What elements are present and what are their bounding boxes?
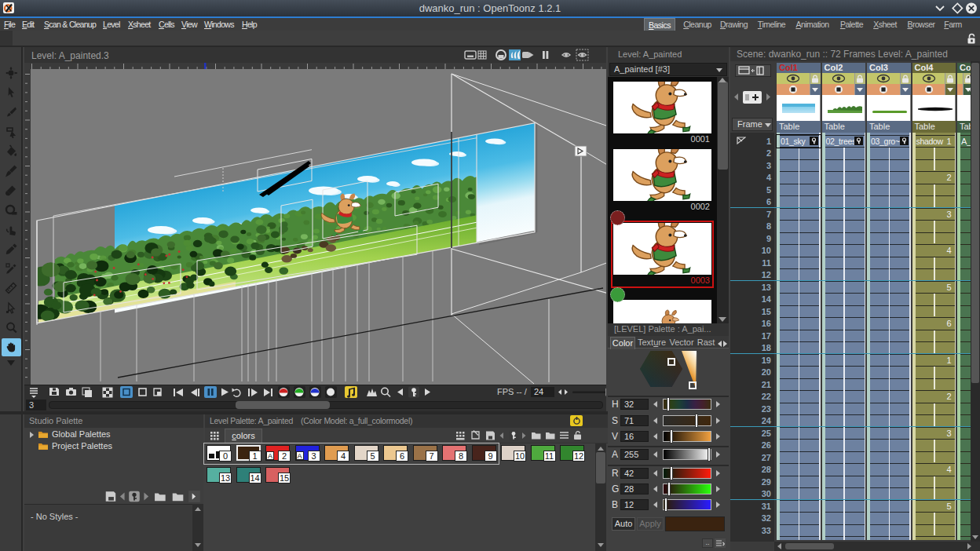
svg-text:24: 24 [534, 387, 543, 396]
svg-text:FPS -- /: FPS -- / [497, 387, 528, 396]
